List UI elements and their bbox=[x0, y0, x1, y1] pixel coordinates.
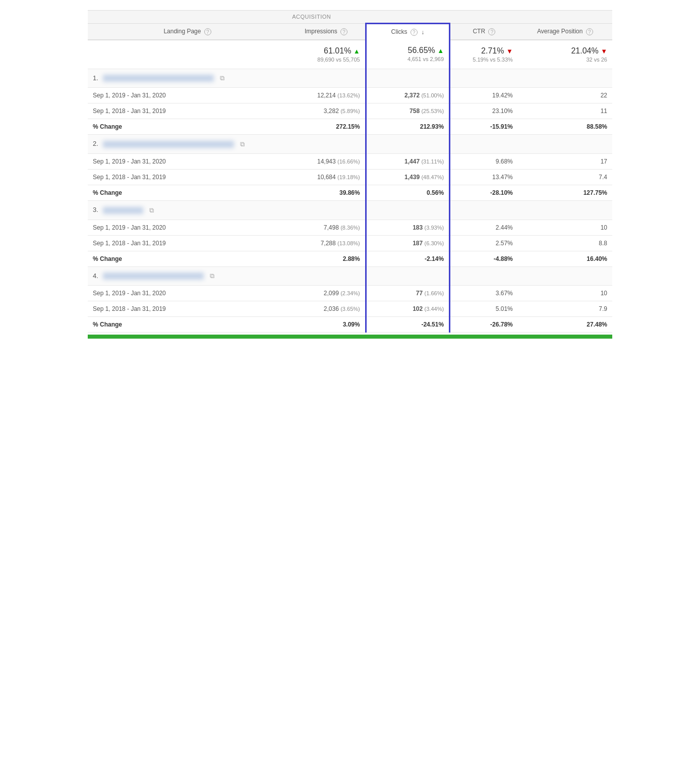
ctr-cell-3-1: 2.44% bbox=[450, 220, 518, 235]
column-header-row: Landing Page ? Impressions ? Clicks ? ↓ … bbox=[88, 24, 612, 40]
pct-impressions-3: 2.88% bbox=[287, 251, 366, 266]
section-ctr-empty-3 bbox=[450, 200, 518, 220]
copy-icon-1[interactable]: ⧉ bbox=[220, 74, 224, 82]
copy-icon-2[interactable]: ⧉ bbox=[240, 140, 245, 148]
date-cell-2-2: Sep 1, 2018 - Jan 31, 2019 bbox=[88, 169, 287, 185]
pct-change-label-3: % Change bbox=[88, 251, 287, 266]
summary-clicks-pct: 56.65% ▲ bbox=[408, 46, 444, 55]
summary-landing-empty bbox=[88, 40, 287, 69]
date-cell-4-2: Sep 1, 2018 - Jan 31, 2019 bbox=[88, 301, 287, 317]
summary-row: 61.01% ▲ 89,690 vs 55,705 56.65% ▲ 4,651… bbox=[88, 40, 612, 69]
avgpos-help-icon[interactable]: ? bbox=[586, 28, 593, 35]
summary-clicks: 56.65% ▲ 4,651 vs 2,969 bbox=[366, 40, 449, 69]
summary-ctr: 2.71% ▼ 5.19% vs 5.33% bbox=[450, 40, 518, 69]
section-clicks-empty-1 bbox=[366, 69, 449, 88]
section-avgpos-empty-4 bbox=[518, 266, 612, 286]
clicks-sort-arrow[interactable]: ↓ bbox=[421, 29, 424, 36]
impressions-cell-3-2: 7,288 (13.08%) bbox=[287, 235, 366, 251]
pct-impressions-1: 272.15% bbox=[287, 119, 366, 135]
blurred-url-3 bbox=[103, 207, 143, 214]
ctr-col-header: CTR ? bbox=[450, 24, 518, 40]
summary-ctr-pct: 2.71% ▼ bbox=[481, 46, 513, 55]
copy-icon-3[interactable]: ⧉ bbox=[149, 206, 154, 214]
data-row-2-1: Sep 1, 2019 - Jan 31, 2020 14,943 (16.66… bbox=[88, 153, 612, 169]
pct-clicks-2: 0.56% bbox=[366, 185, 449, 200]
pct-avgpos-2: 127.75% bbox=[518, 185, 612, 200]
data-row-2-2: Sep 1, 2018 - Jan 31, 2019 10,684 (19.18… bbox=[88, 169, 612, 185]
summary-impressions-sub: 89,690 vs 55,705 bbox=[292, 57, 360, 63]
copy-icon-4[interactable]: ⧉ bbox=[210, 272, 214, 280]
trend-up-green-icon: ▲ bbox=[437, 47, 444, 55]
acquisition-header-row: Acquisition bbox=[88, 11, 612, 24]
impressions-cell-1-2: 3,282 (5.89%) bbox=[287, 103, 366, 119]
impressions-cell-2-1: 14,943 (16.66%) bbox=[287, 153, 366, 169]
summary-ctr-sub: 5.19% vs 5.33% bbox=[455, 57, 513, 63]
pct-ctr-4: -26.78% bbox=[450, 317, 518, 333]
acquisition-label: Acquisition bbox=[287, 11, 612, 24]
pct-avgpos-4: 27.48% bbox=[518, 317, 612, 333]
pct-clicks-4: -24.51% bbox=[366, 317, 449, 333]
trend-up-red-icon: ▼ bbox=[601, 47, 607, 55]
impressions-help-icon[interactable]: ? bbox=[340, 28, 347, 35]
impressions-cell-2-2: 10,684 (19.18%) bbox=[287, 169, 366, 185]
date-cell-2-1: Sep 1, 2019 - Jan 31, 2020 bbox=[88, 153, 287, 169]
change-row-1: % Change 272.15% 212.93% -15.91% 88.58% bbox=[88, 119, 612, 135]
impressions-cell-4-1: 2,099 (2.34%) bbox=[287, 286, 366, 301]
trend-up-green-icon: ▲ bbox=[354, 47, 360, 55]
impressions-cell-4-2: 2,036 (3.65%) bbox=[287, 301, 366, 317]
section-ctr-empty-1 bbox=[450, 69, 518, 88]
date-cell-4-1: Sep 1, 2019 - Jan 31, 2020 bbox=[88, 286, 287, 301]
ctr-cell-2-1: 9.68% bbox=[450, 153, 518, 169]
analytics-table: Acquisition Landing Page ? Impressions ?… bbox=[88, 10, 612, 333]
pct-avgpos-1: 88.58% bbox=[518, 119, 612, 135]
impressions-cell-1-1: 12,214 (13.62%) bbox=[287, 88, 366, 103]
pct-ctr-2: -28.10% bbox=[450, 185, 518, 200]
ctr-help-icon[interactable]: ? bbox=[488, 28, 495, 35]
change-row-4: % Change 3.09% -24.51% -26.78% 27.48% bbox=[88, 317, 612, 333]
section-impressions-empty-3 bbox=[287, 200, 366, 220]
pct-change-label-1: % Change bbox=[88, 119, 287, 135]
landing-page-help-icon[interactable]: ? bbox=[204, 28, 211, 35]
avgpos-cell-4-2: 7.9 bbox=[518, 301, 612, 317]
ctr-cell-2-2: 13.47% bbox=[450, 169, 518, 185]
row-num-1: 1. bbox=[93, 74, 98, 82]
blurred-url-4 bbox=[103, 273, 204, 280]
clicks-cell-2-1: 1,447 (31.11%) bbox=[366, 153, 449, 169]
summary-impressions-pct: 61.01% ▲ bbox=[324, 46, 360, 55]
clicks-col-header: Clicks ? ↓ bbox=[366, 24, 449, 40]
summary-avgpos-pct: 21.04% ▼ bbox=[571, 46, 607, 55]
pct-impressions-2: 39.86% bbox=[287, 185, 366, 200]
clicks-cell-3-2: 187 (6.30%) bbox=[366, 235, 449, 251]
pct-clicks-3: -2.14% bbox=[366, 251, 449, 266]
summary-avgpos: 21.04% ▼ 32 vs 26 bbox=[518, 40, 612, 69]
impressions-col-header: Impressions ? bbox=[287, 24, 366, 40]
avgpos-cell-1-1: 22 bbox=[518, 88, 612, 103]
pct-ctr-3: -4.88% bbox=[450, 251, 518, 266]
landing-page-col-header: Landing Page ? bbox=[88, 24, 287, 40]
clicks-label: Clicks bbox=[391, 28, 407, 35]
pct-avgpos-3: 16.40% bbox=[518, 251, 612, 266]
pct-change-label-2: % Change bbox=[88, 185, 287, 200]
ctr-cell-1-1: 19.42% bbox=[450, 88, 518, 103]
pct-change-label-4: % Change bbox=[88, 317, 287, 333]
pct-clicks-1: 212.93% bbox=[366, 119, 449, 135]
avgpos-cell-3-2: 8.8 bbox=[518, 235, 612, 251]
summary-avgpos-sub: 32 vs 26 bbox=[523, 57, 607, 63]
date-cell-3-2: Sep 1, 2018 - Jan 31, 2019 bbox=[88, 235, 287, 251]
impressions-cell-3-1: 7,498 (8.36%) bbox=[287, 220, 366, 235]
avgpos-cell-1-2: 11 bbox=[518, 103, 612, 119]
row-num-2: 2. bbox=[93, 140, 98, 147]
section-avgpos-empty-2 bbox=[518, 135, 612, 154]
data-row-3-2: Sep 1, 2018 - Jan 31, 2019 7,288 (13.08%… bbox=[88, 235, 612, 251]
data-row-1-1: Sep 1, 2019 - Jan 31, 2020 12,214 (13.62… bbox=[88, 88, 612, 103]
clicks-help-icon[interactable]: ? bbox=[411, 29, 418, 36]
blurred-url-2 bbox=[103, 141, 234, 148]
section-ctr-empty-4 bbox=[450, 266, 518, 286]
section-header-2: 2. ⧉ bbox=[88, 135, 612, 154]
section-ctr-empty-2 bbox=[450, 135, 518, 154]
section-landing-cell-4: 4. ⧉ bbox=[88, 266, 287, 286]
avgpos-cell-2-1: 17 bbox=[518, 153, 612, 169]
avgpos-label: Average Position bbox=[537, 28, 583, 35]
section-landing-cell-1: 1. ⧉ bbox=[88, 69, 287, 88]
section-clicks-empty-3 bbox=[366, 200, 449, 220]
